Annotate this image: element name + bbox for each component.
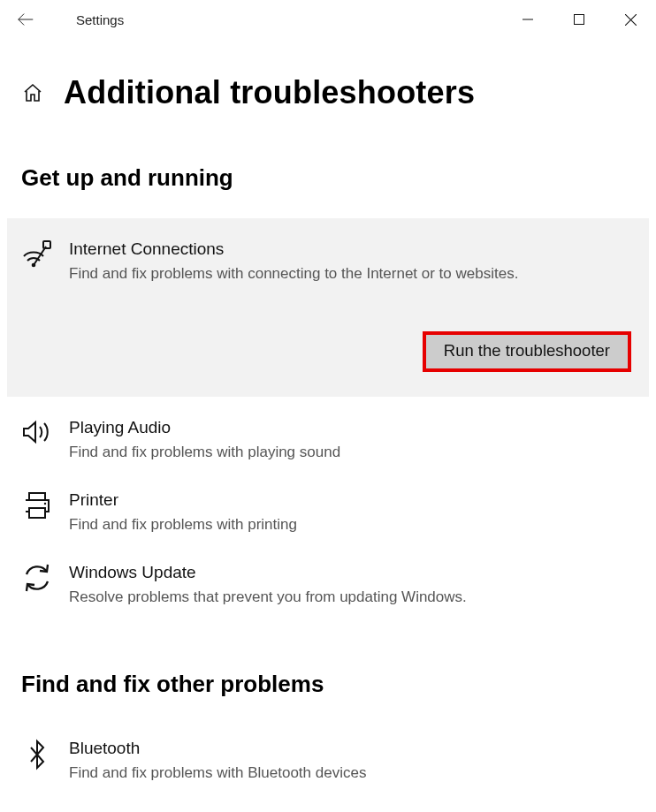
troubleshooter-desc: Find and fix problems with printing bbox=[69, 512, 631, 536]
bluetooth-icon bbox=[21, 737, 53, 785]
run-troubleshooter-button[interactable]: Run the troubleshooter bbox=[423, 331, 631, 372]
troubleshooter-title: Internet Connections bbox=[69, 238, 631, 261]
troubleshooter-text: Playing Audio Find and fix problems with… bbox=[69, 416, 631, 464]
back-button[interactable] bbox=[16, 10, 51, 29]
arrow-left-icon bbox=[16, 10, 35, 29]
svg-point-10 bbox=[44, 503, 46, 505]
update-icon bbox=[21, 561, 53, 609]
page-title: Additional troubleshooters bbox=[64, 74, 475, 111]
troubleshooter-windows-update[interactable]: Windows Update Resolve problems that pre… bbox=[0, 549, 656, 621]
home-button[interactable] bbox=[21, 82, 44, 103]
troubleshooter-text: Windows Update Resolve problems that pre… bbox=[69, 561, 631, 609]
troubleshooter-bluetooth[interactable]: Bluetooth Find and fix problems with Blu… bbox=[0, 725, 656, 797]
audio-icon bbox=[21, 416, 53, 464]
troubleshooter-title: Printer bbox=[69, 489, 631, 512]
svg-rect-8 bbox=[29, 493, 45, 500]
action-row: Run the troubleshooter bbox=[21, 301, 631, 372]
troubleshooter-text: Bluetooth Find and fix problems with Blu… bbox=[69, 737, 631, 785]
maximize-button[interactable] bbox=[553, 0, 605, 39]
window-controls bbox=[502, 0, 656, 39]
svg-line-6 bbox=[34, 247, 46, 265]
troubleshooter-printer[interactable]: Printer Find and fix problems with print… bbox=[0, 476, 656, 549]
home-icon bbox=[22, 82, 43, 103]
svg-rect-2 bbox=[575, 15, 584, 25]
troubleshooter-internet-connections[interactable]: Internet Connections Find and fix proble… bbox=[7, 218, 649, 397]
troubleshooter-desc: Find and fix problems with connecting to… bbox=[69, 261, 631, 285]
minimize-icon bbox=[523, 14, 533, 25]
page-header: Additional troubleshooters bbox=[0, 39, 656, 111]
troubleshooter-playing-audio[interactable]: Playing Audio Find and fix problems with… bbox=[0, 397, 656, 476]
window-title: Settings bbox=[51, 12, 124, 27]
troubleshooter-text: Internet Connections Find and fix proble… bbox=[69, 238, 631, 285]
internet-icon bbox=[21, 238, 53, 285]
close-button[interactable] bbox=[605, 0, 656, 39]
troubleshooter-text: Printer Find and fix problems with print… bbox=[69, 489, 631, 536]
section-heading-find-fix-other: Find and fix other problems bbox=[0, 621, 656, 725]
close-icon bbox=[625, 14, 637, 26]
section-heading-get-up-running: Get up and running bbox=[0, 111, 656, 218]
minimize-button[interactable] bbox=[502, 0, 553, 39]
svg-rect-7 bbox=[43, 241, 50, 248]
troubleshooter-title: Windows Update bbox=[69, 561, 631, 584]
troubleshooter-title: Bluetooth bbox=[69, 737, 631, 760]
printer-icon bbox=[21, 489, 53, 536]
troubleshooter-desc: Find and fix problems with playing sound bbox=[69, 439, 631, 464]
troubleshooter-desc: Resolve problems that prevent you from u… bbox=[69, 584, 631, 609]
titlebar: Settings bbox=[0, 0, 656, 39]
svg-rect-9 bbox=[29, 508, 45, 518]
troubleshooter-title: Playing Audio bbox=[69, 416, 631, 439]
troubleshooter-desc: Find and fix problems with Bluetooth dev… bbox=[69, 760, 631, 785]
maximize-icon bbox=[574, 14, 584, 25]
